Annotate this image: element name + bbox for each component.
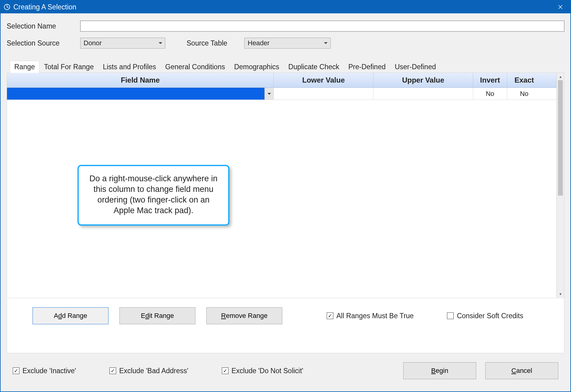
checkbox-label: All Ranges Must Be True [336, 312, 414, 320]
checkbox-label: Exclude 'Inactive' [22, 367, 76, 375]
app-icon [4, 4, 10, 10]
checkbox-exclude-do-not-solicit[interactable]: Exclude 'Do Not Solicit' [222, 367, 303, 375]
source-table-value: Header [248, 39, 270, 47]
cell-exact[interactable]: No [507, 88, 541, 100]
tabpanel-range: Field Name Lower Value Upper Value Inver… [7, 73, 564, 353]
btn-text: d Range [62, 312, 87, 320]
checkbox-all-ranges-true[interactable]: All Ranges Must Be True [327, 312, 414, 320]
dialog-window: Creating A Selection Selection Name Sele… [0, 0, 571, 392]
btn-text: emove Range [226, 312, 267, 320]
tab-general-conditions[interactable]: General Conditions [161, 61, 230, 73]
checkbox-icon [109, 367, 116, 374]
cell-lower-value[interactable] [274, 88, 373, 100]
tab-total-for-range[interactable]: Total For Range [40, 61, 98, 73]
scroll-up-icon[interactable]: ▴ [559, 74, 562, 79]
btn-text: it Range [149, 312, 174, 320]
selection-source-combo[interactable]: Donor [80, 38, 165, 49]
titlebar: Creating A Selection [1, 1, 570, 13]
scroll-down-icon[interactable]: ▾ [559, 291, 562, 296]
grid-header: Field Name Lower Value Upper Value Inver… [7, 73, 556, 88]
source-table-combo[interactable]: Header [244, 38, 331, 49]
label-selection-name: Selection Name [7, 22, 80, 30]
col-header-invert[interactable]: Invert [473, 73, 507, 87]
tab-lists-and-profiles[interactable]: Lists and Profiles [98, 61, 160, 73]
checkbox-consider-soft-credits[interactable]: Consider Soft Credits [447, 312, 523, 320]
btn-text: d [145, 312, 149, 320]
remove-range-button[interactable]: Remove Range [206, 307, 282, 324]
checkbox-label: Consider Soft Credits [457, 312, 523, 320]
checkbox-icon [447, 312, 454, 319]
close-icon [558, 5, 563, 9]
tab-pre-defined[interactable]: Pre-Defined [344, 61, 390, 73]
edit-range-button[interactable]: Edit Range [119, 307, 195, 324]
selection-name-input[interactable] [80, 21, 564, 32]
checkbox-label: Exclude 'Bad Address' [119, 367, 188, 375]
chevron-down-icon [324, 42, 328, 45]
callout-tooltip: Do a right-mouse-click anywhere in this … [77, 165, 229, 226]
callout-text: Do a right-mouse-click anywhere in this … [89, 174, 218, 215]
btn-text: B [431, 367, 436, 375]
row-source: Selection Source Donor Source Table Head… [7, 38, 564, 49]
cell-upper-value[interactable] [373, 88, 473, 100]
begin-button[interactable]: Begin [403, 362, 476, 379]
btn-text: E [141, 312, 146, 320]
dialog-content: Selection Name Selection Source Donor So… [1, 13, 570, 391]
dialog-footer: Exclude 'Inactive' Exclude 'Bad Address'… [7, 353, 564, 385]
row-selection-name: Selection Name [7, 21, 564, 32]
cell-invert[interactable]: No [473, 88, 507, 100]
col-header-field-name[interactable]: Field Name [7, 73, 274, 87]
label-source-table: Source Table [187, 39, 244, 47]
cell-field-name[interactable] [7, 88, 274, 100]
btn-text: d [58, 312, 62, 320]
selection-source-value: Donor [84, 39, 102, 47]
btn-text: ancel [516, 367, 532, 375]
label-selection-source: Selection Source [7, 39, 80, 47]
cancel-button[interactable]: Cancel [485, 362, 558, 379]
window-title: Creating A Selection [13, 3, 552, 11]
btn-text: A [54, 312, 58, 320]
btn-text: C [511, 367, 516, 375]
checkbox-icon [13, 367, 19, 374]
col-header-exact[interactable]: Exact [507, 73, 541, 87]
field-dropdown-button[interactable] [264, 88, 273, 100]
btn-text: R [221, 312, 226, 320]
chevron-down-icon [267, 92, 271, 95]
btn-text: egin [436, 367, 449, 375]
range-grid: Field Name Lower Value Upper Value Inver… [7, 73, 557, 298]
chevron-down-icon [158, 42, 163, 45]
grid-body: No No Do a right-mouse-click anywhere in… [7, 88, 556, 298]
scroll-thumb[interactable] [558, 80, 563, 196]
add-range-button[interactable]: Add Range [33, 307, 108, 324]
checkbox-icon [327, 312, 333, 319]
tab-user-defined[interactable]: User-Defined [390, 61, 441, 73]
col-header-upper-value[interactable]: Upper Value [373, 73, 473, 87]
range-grid-wrap: Field Name Lower Value Upper Value Inver… [7, 73, 564, 298]
checkbox-exclude-inactive[interactable]: Exclude 'Inactive' [13, 367, 76, 375]
checkbox-label: Exclude 'Do Not Solicit' [232, 367, 303, 375]
table-row[interactable]: No No [7, 88, 556, 100]
range-actions-row: Add Range Edit Range Remove Range All Ra… [7, 298, 564, 333]
vertical-scrollbar[interactable]: ▴ ▾ [557, 73, 564, 298]
col-header-lower-value[interactable]: Lower Value [274, 73, 373, 87]
tabstrip: Range Total For Range Lists and Profiles… [7, 61, 564, 73]
tab-range[interactable]: Range [10, 61, 40, 73]
checkbox-icon [222, 367, 229, 374]
tab-duplicate-check[interactable]: Duplicate Check [284, 61, 344, 73]
checkbox-exclude-bad-address[interactable]: Exclude 'Bad Address' [109, 367, 188, 375]
close-button[interactable] [552, 1, 569, 13]
tab-demographics[interactable]: Demographics [229, 61, 284, 73]
